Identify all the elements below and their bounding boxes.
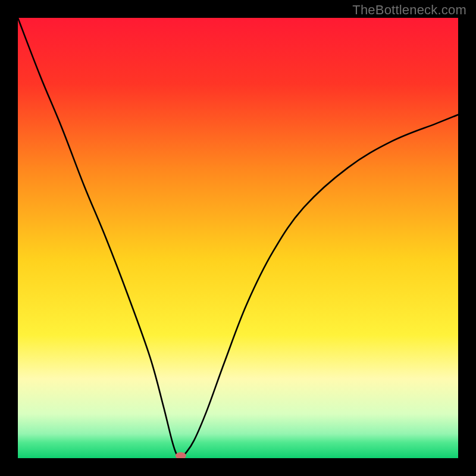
plot-area	[18, 18, 458, 458]
gradient-background	[18, 18, 458, 458]
plot-svg	[18, 18, 458, 458]
chart-frame: TheBottleneck.com	[0, 0, 476, 476]
watermark-text: TheBottleneck.com	[352, 2, 466, 18]
